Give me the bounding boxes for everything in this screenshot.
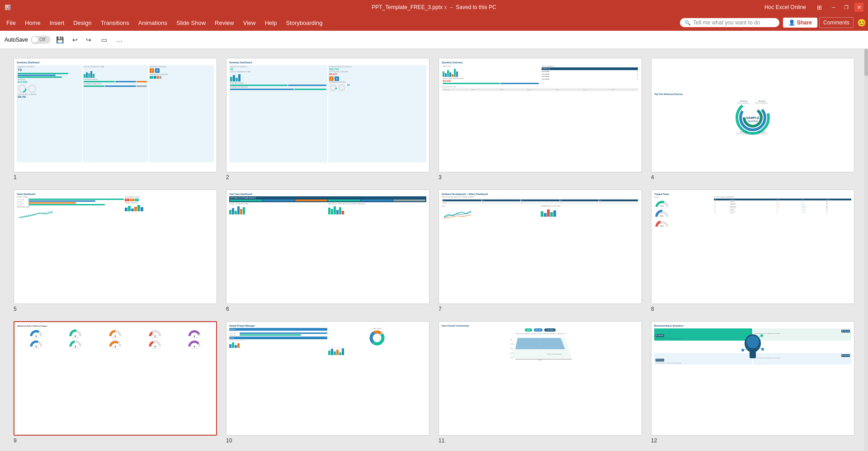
slide-thumb-7[interactable]: Software Development – Defect Dashboard …: [439, 190, 642, 304]
slide-thumb-9[interactable]: Additional Dials at Different Stages Com…: [14, 321, 217, 436]
slide-item-5: Tasks Dashboard PROJECT STATUS Ongoing A…: [14, 190, 217, 312]
slide-number-1: 1: [14, 174, 17, 180]
svg-point-44: [746, 336, 759, 348]
menu-home[interactable]: Home: [20, 18, 45, 28]
slide-thumb-6[interactable]: Test Case Dashboard TEST CASES BY SOFTWA…: [226, 190, 429, 304]
svg-text:1.75x: 1.75x: [510, 343, 514, 345]
slide-item-8: Triaged Tasks Gauges 75%: [651, 190, 854, 312]
slide-thumb-10[interactable]: Simple Project Manager Timelines PROJECT…: [226, 321, 429, 436]
present-button[interactable]: ▭: [98, 33, 110, 46]
svg-point-6: [339, 85, 345, 91]
svg-text:40%: 40%: [660, 225, 664, 227]
slide-number-5: 5: [14, 306, 17, 312]
scrollbar-thumb: [864, 49, 868, 76]
title-bar: 📊 PPT_Template_FREE_3.pptx x – Saved to …: [0, 0, 868, 14]
slide-thumb-12[interactable]: Brainstorming & Questions: [651, 321, 854, 436]
slide-number-7: 7: [439, 306, 442, 312]
menu-design[interactable]: Design: [69, 18, 96, 28]
title-bar-right: Hoc Excel Online ⊞ ─ ❐ ✕: [761, 3, 863, 12]
svg-text:1.5x: 1.5x: [510, 347, 514, 350]
more-toolbar-button[interactable]: …: [113, 33, 126, 46]
slide-number-4: 4: [651, 174, 654, 180]
comments-button[interactable]: Comments: [819, 17, 854, 28]
menu-insert[interactable]: Insert: [45, 18, 69, 28]
svg-text:60%: 60%: [660, 215, 664, 217]
menu-help[interactable]: Help: [260, 18, 282, 28]
svg-text:75%: 75%: [660, 205, 664, 207]
svg-point-4: [330, 85, 336, 91]
slide-thumb-2[interactable]: Summary Dashboard AMOUNT OF CONTRACTS 39…: [226, 58, 429, 172]
document-title: PPT_Template_FREE_3.pptx x – Saved to th…: [372, 4, 496, 10]
slide-number-11: 11: [439, 437, 444, 444]
slide-number-10: 10: [226, 437, 232, 444]
slide-thumb-5[interactable]: Tasks Dashboard PROJECT STATUS Ongoing A…: [14, 190, 217, 304]
menu-slideshow[interactable]: Slide Show: [172, 18, 210, 28]
restore-button[interactable]: ❐: [842, 3, 851, 12]
minimize-button[interactable]: ─: [829, 3, 838, 12]
search-icon: 🔍: [684, 20, 691, 26]
close-button[interactable]: ✕: [854, 3, 863, 12]
slide-number-2: 2: [226, 174, 229, 180]
share-icon: 👤: [788, 19, 797, 26]
menu-file[interactable]: File: [2, 18, 20, 28]
menu-bar: File Home Insert Design Transitions Anim…: [0, 14, 868, 31]
slide-item-7: Software Development – Defect Dashboard …: [439, 190, 642, 312]
svg-point-2: [28, 85, 36, 92]
autosave-state: Off: [39, 37, 45, 42]
app-icon: 📊: [5, 5, 11, 10]
grid-icon: ⊞: [813, 3, 826, 12]
slide-item-4: Top Five Revenue Sources SAMPLE HEADING …: [651, 58, 854, 180]
slide-thumb-3[interactable]: Quarterly Summary CASH FLOW: [439, 58, 642, 172]
svg-rect-45: [750, 350, 756, 358]
search-placeholder: Tell me what you want to do: [693, 19, 760, 26]
svg-text:2x: 2x: [510, 338, 512, 341]
slide-number-12: 12: [651, 437, 657, 444]
menu-animations[interactable]: Animations: [134, 18, 172, 28]
slides-area: Summary Dashboard NUMBER OF CONTRACTS 73…: [0, 49, 868, 451]
svg-text:HEADING: HEADING: [748, 120, 758, 123]
undo-button[interactable]: ↩: [69, 33, 81, 46]
slide-item-10: Simple Project Manager Timelines PROJECT…: [226, 321, 429, 444]
svg-text:SAMPLE: SAMPLE: [746, 116, 760, 119]
slide-thumb-8[interactable]: Triaged Tasks Gauges 75%: [651, 190, 854, 304]
toggle-knob: [32, 37, 38, 43]
menu-review[interactable]: Review: [210, 18, 239, 28]
slide-thumb-1[interactable]: Summary Dashboard NUMBER OF CONTRACTS 73…: [14, 58, 217, 172]
slides-grid: Summary Dashboard NUMBER OF CONTRACTS 73…: [14, 58, 854, 444]
slide-item-11: User Funnel Conversions 3.4x 2-1.5x 1.5-…: [439, 321, 642, 444]
svg-text:Cloud of Uncertainty: Cloud of Uncertainty: [547, 353, 561, 355]
menu-storyboarding[interactable]: Storyboarding: [281, 18, 327, 28]
slide-number-6: 6: [226, 306, 229, 312]
slide-thumb-4[interactable]: Top Five Revenue Sources SAMPLE HEADING …: [651, 58, 854, 172]
menu-view[interactable]: View: [239, 18, 260, 28]
slide-number-9: 9: [14, 437, 17, 444]
slide-thumb-11[interactable]: User Funnel Conversions 3.4x 2-1.5x 1.5-…: [439, 321, 642, 436]
autosave-toggle[interactable]: Off: [31, 36, 51, 44]
hoc-excel-label: Hoc Excel Online: [761, 3, 810, 11]
user-avatar[interactable]: 😊: [857, 19, 866, 27]
save-button[interactable]: 💾: [53, 33, 66, 46]
slide-number-3: 3: [439, 174, 442, 180]
scrollbar[interactable]: [864, 49, 868, 451]
slide-item-2: Summary Dashboard AMOUNT OF CONTRACTS 39…: [226, 58, 429, 180]
slide-item-3: Quarterly Summary CASH FLOW: [439, 58, 642, 180]
menu-transitions[interactable]: Transitions: [96, 18, 134, 28]
toolbar: AutoSave Off 💾 ↩ ↪ ▭ …: [0, 31, 868, 49]
slide-item-1: Summary Dashboard NUMBER OF CONTRACTS 73…: [14, 58, 217, 180]
redo-button[interactable]: ↪: [82, 33, 95, 46]
slide-item-9: Additional Dials at Different Stages Com…: [14, 321, 217, 444]
share-button[interactable]: 👤 Share: [783, 18, 817, 28]
search-box[interactable]: 🔍 Tell me what you want to do: [680, 18, 779, 27]
slide-number-8: 8: [651, 306, 654, 312]
slide-item-12: Brainstorming & Questions: [651, 321, 854, 444]
autosave-label: AutoSave: [5, 37, 28, 43]
slide-item-6: Test Case Dashboard TEST CASES BY SOFTWA…: [226, 190, 429, 312]
